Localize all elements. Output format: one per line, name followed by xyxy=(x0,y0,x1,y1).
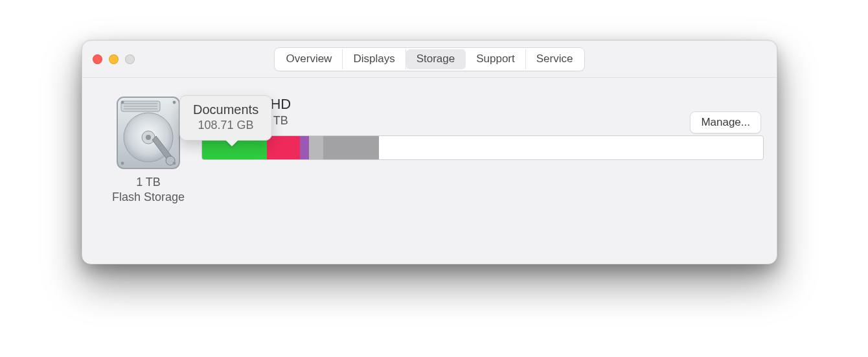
tab-bar: OverviewDisplaysStorageSupportService xyxy=(274,47,586,71)
svg-point-12 xyxy=(173,162,176,165)
minimize-window-button[interactable] xyxy=(109,54,119,64)
tab-displays[interactable]: Displays xyxy=(343,49,405,69)
tab-service[interactable]: Service xyxy=(526,49,584,69)
svg-point-11 xyxy=(121,162,124,165)
drive-type-label: Flash Storage xyxy=(95,190,201,205)
close-window-button[interactable] xyxy=(93,54,102,64)
storage-segment-other2[interactable] xyxy=(323,136,379,159)
tooltip-value: 108.71 GB xyxy=(193,119,258,132)
tab-overview[interactable]: Overview xyxy=(276,49,343,69)
traffic-lights xyxy=(93,54,144,64)
about-this-mac-window: OverviewDisplaysStorageSupportService xyxy=(82,40,777,264)
zoom-window-button xyxy=(125,54,135,64)
storage-segment-apps[interactable] xyxy=(267,136,299,159)
internal-drive-icon xyxy=(113,95,183,171)
available-label: available of 1 TB xyxy=(201,114,764,128)
disk-name: Macintosh HD xyxy=(201,96,764,113)
tooltip-title: Documents xyxy=(193,102,258,117)
storage-segment-tooltip: Documents 108.71 GB xyxy=(179,95,272,141)
manage-button[interactable]: Manage... xyxy=(690,111,761,133)
svg-point-7 xyxy=(146,135,151,140)
svg-point-9 xyxy=(121,101,124,104)
storage-segment-system[interactable] xyxy=(309,136,324,159)
tab-support[interactable]: Support xyxy=(466,49,526,69)
storage-usage-bar[interactable] xyxy=(201,135,764,160)
drive-capacity-label: 1 TB xyxy=(95,175,201,190)
info-column: Macintosh HD available of 1 TB Manage... xyxy=(201,95,764,205)
svg-point-10 xyxy=(173,101,176,104)
storage-segment-other1[interactable] xyxy=(300,136,309,159)
tab-storage[interactable]: Storage xyxy=(406,49,466,69)
titlebar: OverviewDisplaysStorageSupportService xyxy=(82,41,777,78)
